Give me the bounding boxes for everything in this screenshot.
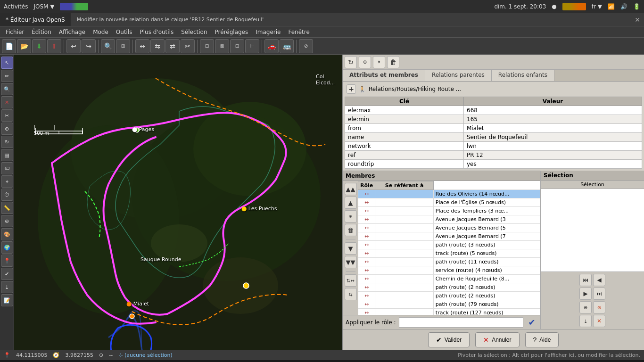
sort-button[interactable]: ⇅↔ xyxy=(345,274,357,287)
members-table-container[interactable]: Rôle Se référant à ↔Rue des Oliviers (14… xyxy=(358,181,540,315)
car-button[interactable]: 🚗 xyxy=(264,39,279,53)
new-button[interactable]: 📄 xyxy=(2,39,16,53)
measure-tool[interactable]: 📏 xyxy=(1,202,13,214)
menu-outils[interactable]: Outils xyxy=(112,28,136,36)
menu-mode[interactable]: Mode xyxy=(89,28,112,36)
sel-first-button[interactable]: ⏮ xyxy=(579,274,592,286)
menu-prereglages[interactable]: Préréglages xyxy=(211,28,252,36)
member-row[interactable]: ↔path (route) (11 nœuds) xyxy=(358,258,540,266)
apply-role-button[interactable]: ✔ xyxy=(526,317,537,328)
member-row[interactable]: ↔service (route) (4 nœuds) xyxy=(358,266,540,275)
main-tab[interactable]: * Éditeur Java OpenS xyxy=(0,13,71,26)
note-tool[interactable]: 📝 xyxy=(1,294,13,306)
distribute-button[interactable]: ⊠ xyxy=(215,39,229,53)
move-up-button[interactable]: ▲ xyxy=(345,197,357,209)
member-row[interactable]: ↔path (route) (2 nœuds) xyxy=(358,292,540,300)
globe-tool[interactable]: 🌍 xyxy=(1,241,13,254)
tab-parent-relations[interactable]: Relations parentes xyxy=(425,70,492,81)
member-row[interactable]: ↔path (route) (2 nœuds) xyxy=(358,283,540,292)
member-row[interactable]: ↔Avenue Jacques Bernard (7 xyxy=(358,232,540,241)
bus-button[interactable]: 🚌 xyxy=(280,39,294,53)
lang-indicator[interactable]: fr ▼ xyxy=(592,3,602,10)
add-attribute-button[interactable]: + xyxy=(347,84,356,94)
combine-tool[interactable]: ⊕ xyxy=(1,123,13,135)
simplify-button[interactable]: ✂ xyxy=(181,39,195,53)
rotate-tool[interactable]: ↻ xyxy=(1,136,13,148)
ortho-button[interactable]: ⊢ xyxy=(245,39,259,53)
align-button[interactable]: ⊟ xyxy=(200,39,214,53)
close-button[interactable]: ✕ xyxy=(631,13,644,26)
cancel-button[interactable]: ✕ Annuler xyxy=(475,332,519,347)
validate-button[interactable]: ✔ Valider xyxy=(428,332,470,347)
filter-tool[interactable]: ⊛ xyxy=(1,215,13,227)
tab-child-relations[interactable]: Relations enfants xyxy=(492,70,554,81)
member-row[interactable]: ↔track (route) (127 nœuds) xyxy=(358,309,540,315)
menu-plus-doutils[interactable]: Plus d'outils xyxy=(136,28,178,36)
refresh-button[interactable]: ↻ xyxy=(345,56,357,68)
attr-row[interactable]: refPR 12 xyxy=(345,151,642,160)
undo-button[interactable]: ↩ xyxy=(66,39,81,53)
menu-edition[interactable]: Édition xyxy=(28,28,55,36)
zoom-tool[interactable]: 🔍 xyxy=(1,83,13,95)
new-relation-button[interactable]: ✦ xyxy=(373,56,385,68)
role-input[interactable] xyxy=(399,317,523,328)
redo-button[interactable]: ↪ xyxy=(82,39,96,53)
zoom-fit-button[interactable]: 🔍 xyxy=(101,39,115,53)
sel-deselect-button[interactable]: ✕ xyxy=(593,315,605,327)
map-area[interactable]: Col Elcod... ⬤ Pages ⬤ Les Puechs Sauque… xyxy=(14,55,342,350)
menu-fenetre[interactable]: Fenêtre xyxy=(284,28,313,36)
menu-selection[interactable]: Sélection xyxy=(177,28,211,36)
attr-row[interactable]: roundtripyes xyxy=(345,160,642,169)
help-button[interactable]: ? Aide xyxy=(525,332,559,347)
relation-tool[interactable]: ⌖ xyxy=(1,175,13,188)
sel-highlight-button[interactable]: ⊛ xyxy=(593,301,605,313)
move-down-button[interactable]: ▼ xyxy=(345,242,357,255)
validate-tool[interactable]: ✔ xyxy=(1,268,13,280)
combine-button[interactable]: ⇆ xyxy=(150,39,165,53)
move-top-button[interactable]: ▲▲ xyxy=(345,183,357,195)
sel-next-button[interactable]: ▶ xyxy=(579,288,592,300)
member-row[interactable]: ↔Chemin de Roquefeuille (8... xyxy=(358,275,540,283)
zoom-to-button[interactable]: ⊕ xyxy=(359,56,371,68)
member-row[interactable]: ↔Place des Templiers (3 nœ... xyxy=(358,207,540,215)
delete-tool[interactable]: ✕ xyxy=(1,96,13,108)
member-row[interactable]: ↔track (route) (5 nœuds) xyxy=(358,249,540,258)
activities-label[interactable]: Activités xyxy=(4,3,28,10)
layers-tool[interactable]: ▤ xyxy=(1,149,13,161)
zoom-area-button[interactable]: ⊞ xyxy=(116,39,130,53)
tab-attributes-members[interactable]: Attributs et membres xyxy=(343,70,425,81)
open-button[interactable]: 📂 xyxy=(17,39,31,53)
sel-download-button[interactable]: ⤓ xyxy=(579,315,592,327)
member-row[interactable]: ↔Place de l'Église (5 nœuds) xyxy=(358,198,540,207)
attr-row[interactable]: ele:min165 xyxy=(345,115,642,124)
copy-button[interactable]: ⊞ xyxy=(345,210,357,222)
attr-row[interactable]: networklwn xyxy=(345,142,642,151)
extra-button[interactable]: ⊘ xyxy=(299,39,313,53)
menu-fichier[interactable]: Fichier xyxy=(2,28,28,36)
sel-zoom-button[interactable]: ⊕ xyxy=(579,301,592,313)
attr-row[interactable]: fromMialet xyxy=(345,124,642,133)
member-row[interactable]: ↔path (route) (79 nœuds) xyxy=(358,300,540,309)
mirror-button[interactable]: ⊡ xyxy=(230,39,244,53)
paint-tool[interactable]: 🎨 xyxy=(1,228,13,240)
josm-title[interactable]: JOSM ▼ xyxy=(33,3,54,10)
split-tool[interactable]: ✂ xyxy=(1,109,13,122)
member-row[interactable]: ↔Avenue Jacques Bernard (3 xyxy=(358,215,540,224)
select-tool[interactable]: ↖ xyxy=(1,57,13,69)
member-row[interactable]: ↔Rue des Oliviers (14 nœud... xyxy=(358,190,540,198)
draw-tool[interactable]: ✏ xyxy=(1,70,13,82)
sel-prev-button[interactable]: ◀ xyxy=(593,274,605,286)
attr-row[interactable]: nameSentier de Roquefeuil xyxy=(345,133,642,142)
upload-button[interactable]: ⬆ xyxy=(47,39,61,53)
delete-relation-button[interactable]: 🗑 xyxy=(387,56,399,68)
menu-imagerie[interactable]: Imagerie xyxy=(252,28,284,36)
move-bottom-button[interactable]: ▼▼ xyxy=(345,256,357,268)
member-row[interactable]: ↔Avenue Jacques Bernard (5 xyxy=(358,224,540,232)
sel-last-button[interactable]: ⏭ xyxy=(593,288,605,300)
download-button[interactable]: ⬇ xyxy=(32,39,46,53)
download-left-tool[interactable]: ⤓ xyxy=(1,281,13,293)
attr-row[interactable]: ele:max668 xyxy=(345,106,642,115)
menu-affichage[interactable]: Affichage xyxy=(55,28,89,36)
history-tool[interactable]: ⏱ xyxy=(1,189,13,201)
split-button[interactable]: ↔ xyxy=(135,39,149,53)
